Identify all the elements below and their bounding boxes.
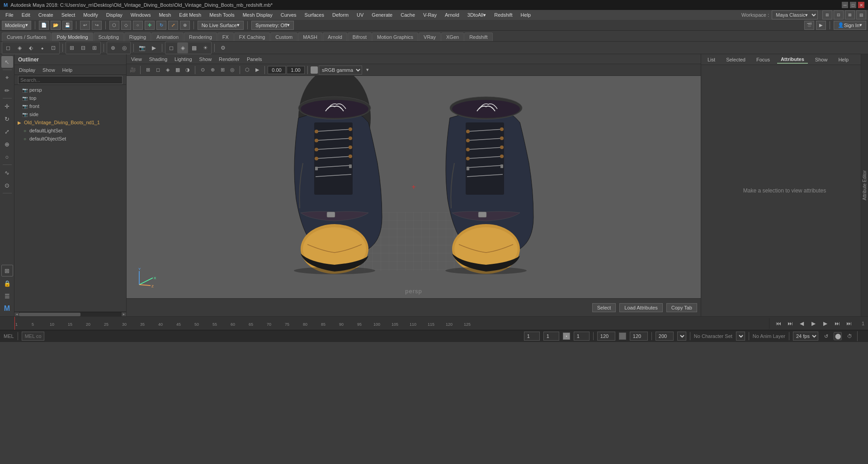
rp-tab-focus[interactable]: Focus <box>753 56 774 63</box>
menu-help[interactable]: Help <box>517 11 535 19</box>
workspace-dropdown[interactable]: Maya Classic▾ <box>772 10 818 19</box>
vp-xray-icon[interactable]: ⬡ <box>243 66 252 75</box>
tab-mash[interactable]: MASH <box>298 33 322 41</box>
menu-display[interactable]: Display <box>103 11 126 19</box>
go-start-btn[interactable]: ⏮ <box>773 318 784 329</box>
render-icon[interactable]: 🎬 <box>804 21 814 30</box>
symmetry-btn[interactable]: Symmetry: Off ▾ <box>251 21 294 30</box>
vp-gamma-icon[interactable] <box>311 66 318 74</box>
tab-arnold[interactable]: Arnold <box>323 33 347 41</box>
tab-rigging[interactable]: Rigging <box>124 33 151 41</box>
frame-start-input[interactable] <box>524 332 540 341</box>
vp-menu-show[interactable]: Show <box>197 56 215 63</box>
minimize-button[interactable]: ─ <box>842 2 848 8</box>
move-icon[interactable]: ✛ <box>145 21 155 30</box>
status-expand[interactable] <box>857 331 864 341</box>
tab-xgen[interactable]: XGen <box>441 33 464 41</box>
vp-menu-lighting[interactable]: Lighting <box>172 56 195 63</box>
hscroll-right[interactable]: ▸ <box>122 312 126 317</box>
rp-tab-attributes[interactable]: Attributes <box>777 56 808 64</box>
universal-manip-icon[interactable]: ⊕ <box>180 21 190 30</box>
search-input[interactable] <box>18 76 123 84</box>
menu-windows[interactable]: Windows <box>127 11 155 19</box>
next-frame-btn[interactable]: ▶ <box>820 318 831 329</box>
tab-redshift[interactable]: Redshift <box>464 33 492 41</box>
vp-manip-icon[interactable]: ⊕ <box>208 66 217 75</box>
tab-bifrost[interactable]: Bifrost <box>348 33 372 41</box>
no-live-surface-btn[interactable]: No Live Surface ▾ <box>198 21 244 30</box>
rp-tab-help[interactable]: Help <box>835 56 852 63</box>
vp-shaded2[interactable]: ▩ <box>173 66 182 75</box>
vp-gamma-dropdown[interactable]: sRGB gamma <box>319 66 362 75</box>
pivot-icon-1[interactable]: ⊞ <box>66 42 77 53</box>
frame-range-end[interactable] <box>630 332 648 341</box>
lock-icon[interactable]: 🔒 <box>1 277 13 289</box>
menu-arnold[interactable]: Arnold <box>441 11 463 19</box>
frame-end1-input[interactable] <box>574 332 590 341</box>
menu-curves[interactable]: Curves <box>277 11 300 19</box>
fps-dropdown[interactable]: 24 fps <box>793 332 818 341</box>
outliner-item-persp[interactable]: 📷 persp <box>14 86 126 94</box>
range-dropdown[interactable] <box>677 332 686 341</box>
cv-curve-tool[interactable]: ⊙ <box>1 179 13 191</box>
outliner-menu-help[interactable]: Help <box>60 66 75 74</box>
layout-icon-4[interactable]: ▤ <box>856 10 866 19</box>
vp-value2[interactable] <box>287 66 305 74</box>
time-icon[interactable]: ⏱ <box>845 332 854 340</box>
frame-end2-input[interactable] <box>656 332 674 341</box>
layout-icon-2[interactable]: ⊟ <box>834 10 844 19</box>
vp-play-icon[interactable]: ▶ <box>253 66 262 75</box>
open-file-icon[interactable]: 📂 <box>51 21 61 30</box>
vp-menu-view[interactable]: View <box>128 56 145 63</box>
grid-icon[interactable]: ⊞ <box>1 265 13 277</box>
rp-tab-selected[interactable]: Selected <box>722 56 749 63</box>
frame-range-start[interactable] <box>597 332 615 341</box>
timeline-ruler[interactable]: 1 5 10 15 20 25 30 35 40 45 50 55 60 65 … <box>14 317 769 330</box>
rp-tab-list[interactable]: List <box>704 56 719 63</box>
maya-m-icon[interactable]: M <box>1 303 13 314</box>
vp-isolate-icon[interactable]: ◎ <box>228 66 237 75</box>
menu-mesh[interactable]: Mesh <box>155 11 175 19</box>
vp-menu-renderer[interactable]: Renderer <box>216 56 242 63</box>
lasso-icon[interactable]: ◇ <box>121 21 131 30</box>
hscroll-left[interactable]: ◂ <box>14 312 19 317</box>
maximize-button[interactable]: □ <box>850 2 856 8</box>
outliner-item-side[interactable]: 📷 side <box>14 110 126 118</box>
rotate-tool[interactable]: ↻ <box>1 113 13 125</box>
paint-tool[interactable]: ✏ <box>1 84 13 96</box>
menu-vray[interactable]: V-Ray <box>420 11 440 19</box>
select-vert-icon[interactable]: ⬥ <box>37 42 47 53</box>
close-button[interactable]: ✕ <box>858 2 864 8</box>
tab-motion-graphics[interactable]: Motion Graphics <box>372 33 418 41</box>
menu-mesh-tools[interactable]: Mesh Tools <box>206 11 238 19</box>
curve-tool[interactable]: ∿ <box>1 167 13 178</box>
tab-fx-caching[interactable]: FX Caching <box>234 33 270 41</box>
outliner-item-top[interactable]: 📷 top <box>14 94 126 102</box>
outliner-item-objectset[interactable]: ○ defaultObjectSet <box>14 135 126 143</box>
rp-tab-show[interactable]: Show <box>811 56 831 63</box>
layout-icon-1[interactable]: ⊞ <box>822 10 832 19</box>
tab-curves-surfaces[interactable]: Curves / Surfaces <box>2 33 51 41</box>
outliner-item-front[interactable]: 📷 front <box>14 102 126 110</box>
select-uv-icon[interactable]: ⊡ <box>48 42 59 53</box>
tab-animation[interactable]: Animation <box>151 33 184 41</box>
pivot-icon-2[interactable]: ⊟ <box>78 42 89 53</box>
tab-sculpting[interactable]: Sculpting <box>94 33 124 41</box>
outliner-item-lightset[interactable]: ○ defaultLightSet <box>14 127 126 135</box>
wireframe-icon[interactable]: ◻ <box>166 42 177 53</box>
scale-icon[interactable]: ⤢ <box>168 21 178 30</box>
vp-grid2-icon[interactable]: ⊞ <box>218 66 227 75</box>
outliner-menu-show[interactable]: Show <box>40 66 58 74</box>
play-btn[interactable]: ▶ <box>808 318 819 329</box>
rotate-icon[interactable]: ↻ <box>156 21 166 30</box>
load-attributes-button[interactable]: Load Attributes <box>619 303 662 312</box>
menu-generate[interactable]: Generate <box>368 11 396 19</box>
render-view-icon[interactable]: ▶ <box>148 42 159 53</box>
universal-tool[interactable]: ⊕ <box>1 138 13 150</box>
outliner-hscroll[interactable]: ◂ ▸ <box>14 312 126 316</box>
list-icon[interactable]: ☰ <box>1 290 13 302</box>
menu-3dtoall[interactable]: 3DtoAll▾ <box>464 11 490 19</box>
pivot-icon-3[interactable]: ⊞ <box>89 42 100 53</box>
snap-curve-icon[interactable]: ◎ <box>119 42 130 53</box>
menu-cache[interactable]: Cache <box>397 11 419 19</box>
